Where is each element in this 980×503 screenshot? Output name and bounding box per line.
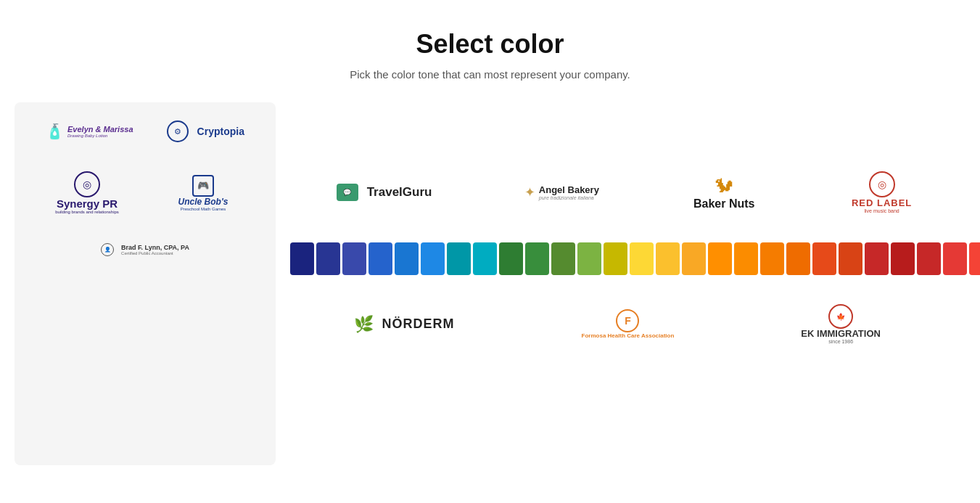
main-area: 🧴 Evelyn & Marissa Drawing Baby Lotion ⚙…: [15, 102, 965, 465]
right-top-row: $ EXPENSIFY.AI Nada: [290, 102, 980, 146]
color-swatch-8[interactable]: [499, 242, 523, 275]
color-swatch-9[interactable]: [525, 242, 549, 275]
color-swatch-11[interactable]: [577, 242, 601, 275]
logo-redlabel: ◎ RED LABEL live music band: [846, 168, 918, 217]
right-extra-row: THE SGD GROUP BUILDING SERVICE 🌆 The Cit…: [290, 369, 980, 426]
color-swatch-23[interactable]: [891, 242, 915, 275]
logo-uncle: 🎮 Uncle Bob's Preschool Math Games: [167, 171, 239, 215]
right-area: $ EXPENSIFY.AI Nada 💬 TravelGuru ✦ Angel…: [276, 102, 980, 465]
right-bottom-row: 🌿 NÖRDERM F Formosa Health Care Associat…: [290, 293, 980, 355]
color-swatch-4[interactable]: [395, 242, 419, 275]
color-swatch-0[interactable]: [290, 242, 314, 275]
left-middle-row: ◎ Synergy PR building brands and relatio…: [29, 168, 261, 218]
color-swatch-3[interactable]: [368, 242, 392, 275]
logo-synergy: ◎ Synergy PR building brands and relatio…: [51, 168, 123, 218]
page-container: Select color Pick the color tone that ca…: [0, 0, 980, 494]
color-swatch-10[interactable]: [551, 242, 575, 275]
color-swatch-22[interactable]: [865, 242, 889, 275]
right-middle-row: 💬 TravelGuru ✦ Angel Bakery pure tradizi…: [290, 160, 980, 224]
color-swatch-20[interactable]: [812, 242, 836, 275]
logo-baker: 🐿 Baker Nuts: [688, 171, 760, 214]
logo-cryptopia: ⚙ Cryptopia: [163, 117, 248, 146]
color-swatch-24[interactable]: [917, 242, 941, 275]
color-swatch-19[interactable]: [786, 242, 810, 275]
color-swatch-17[interactable]: [734, 242, 758, 275]
color-swatch-14[interactable]: [656, 242, 680, 275]
color-swatch-6[interactable]: [447, 242, 471, 275]
color-swatch-21[interactable]: [839, 242, 862, 275]
header: Select color Pick the color tone that ca…: [15, 29, 965, 81]
color-swatch-25[interactable]: [943, 242, 967, 275]
logo-brad: 👤 Brad F. Lynn, CPA, PA Certified Public…: [97, 240, 193, 260]
logo-angel: ✦ Angel Bakery pure tradizionale italian…: [521, 181, 603, 204]
color-swatch-1[interactable]: [316, 242, 340, 275]
logo-norderm: 🌿 NÖRDERM: [350, 311, 458, 338]
left-bottom-row: 👤 Brad F. Lynn, CPA, PA Certified Public…: [29, 240, 261, 260]
logo-formosa: F Formosa Health Care Association: [578, 306, 678, 343]
color-swatch-12[interactable]: [604, 242, 627, 275]
logo-travel: 💬 TravelGuru: [333, 180, 436, 205]
page-title: Select color: [15, 29, 965, 60]
left-top-row: 🧴 Evelyn & Marissa Drawing Baby Lotion ⚙…: [29, 117, 261, 146]
color-swatch-13[interactable]: [630, 242, 654, 275]
color-swatch-7[interactable]: [473, 242, 497, 275]
color-swatch-2[interactable]: [342, 242, 366, 275]
page-subtitle: Pick the color tone that can most repres…: [15, 68, 965, 81]
color-swatch-row: [290, 242, 980, 275]
logo-ek: 🍁 EK IMMIGRATION since 1986: [797, 300, 884, 348]
color-swatch-16[interactable]: [708, 242, 732, 275]
color-swatch-26[interactable]: [969, 242, 980, 275]
color-swatch-15[interactable]: [682, 242, 706, 275]
color-swatch-5[interactable]: [421, 242, 445, 275]
color-swatch-18[interactable]: [760, 242, 784, 275]
left-panel: 🧴 Evelyn & Marissa Drawing Baby Lotion ⚙…: [15, 102, 276, 465]
logo-evelyn: 🧴 Evelyn & Marissa Drawing Baby Lotion: [42, 119, 137, 144]
